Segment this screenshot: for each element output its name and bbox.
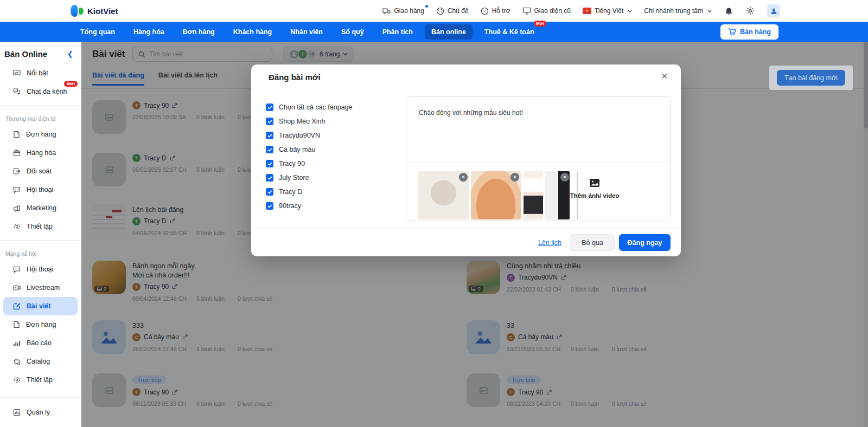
legacy-ui-menu-item[interactable]: Giao diện cũ xyxy=(522,7,571,15)
settings-gear-button[interactable] xyxy=(745,6,755,16)
checkbox-checked-icon[interactable] xyxy=(266,174,273,182)
pencil-edit-icon xyxy=(13,302,21,310)
upload-thumbnail-coat: ✕ xyxy=(418,171,469,219)
sidebar-item-ec-hoi-thoai[interactable]: Hội thoại xyxy=(0,180,81,199)
kiotviet-logo: KiotViet xyxy=(71,4,118,17)
sidebar-item-ec-don-hang[interactable]: Đơn hàng xyxy=(0,125,81,144)
user-account-button[interactable] xyxy=(767,4,780,17)
sidebar-item-quan-ly[interactable]: Quản lý xyxy=(0,403,81,422)
language-selector[interactable]: ★ Tiếng Việt xyxy=(583,7,632,15)
monitor-icon xyxy=(522,7,531,15)
box-icon xyxy=(13,149,21,157)
add-media-button[interactable]: Thêm ảnh/ video xyxy=(559,178,630,199)
nav-thue-ke-toan[interactable]: Thuế & Kế toánMới xyxy=(478,24,541,40)
sidebar-item-doi-soat[interactable]: Đối soát xyxy=(0,162,81,180)
nav-phan-tich[interactable]: Phân tích xyxy=(376,24,419,40)
catalog-cart-icon xyxy=(13,358,21,365)
fanpage-option[interactable]: Tracy D xyxy=(266,185,353,199)
remove-image-button[interactable]: ✕ xyxy=(510,173,519,182)
brand-name: KiotViet xyxy=(87,7,118,16)
nav-tong-quan[interactable]: Tổng quan xyxy=(74,24,122,40)
fanpage-option[interactable]: Tracy 90 xyxy=(266,157,353,171)
publish-button[interactable]: Đăng ngay xyxy=(619,234,671,251)
checkbox-checked-icon[interactable] xyxy=(266,188,273,196)
chat-bubble-icon xyxy=(13,266,21,273)
skip-button[interactable]: Bỏ qua xyxy=(570,234,615,251)
fanpage-list: Chọn tất cả các fanpage Shop Mèo Xinh Tr… xyxy=(266,100,353,213)
fanpage-label: Shop Mèo Xinh xyxy=(279,118,325,125)
theme-menu-item[interactable]: Chủ đề xyxy=(436,7,469,15)
create-post-spotlight: Tạo bài đăng mới xyxy=(769,66,853,90)
vietnam-flag-icon: ★ xyxy=(583,8,591,14)
fanpage-label: Cá bảy màu xyxy=(279,146,315,153)
upload-thumbnail-illustration xyxy=(524,171,543,219)
nav-hang-hoa[interactable]: Hàng hóa xyxy=(127,24,171,40)
fanpage-option[interactable]: 90tracy xyxy=(266,199,353,213)
create-post-button[interactable]: Tạo bài đăng mới xyxy=(777,70,845,86)
fanpage-label: July Store xyxy=(279,174,309,182)
fanpage-label: Tracy D xyxy=(279,188,302,196)
sidebar-item-so-don-hang[interactable]: Đơn hàng xyxy=(0,315,81,334)
notifications-bell-button[interactable] xyxy=(724,6,733,16)
sidebar-item-ec-thiet-lap[interactable]: Thiết lập xyxy=(0,217,81,236)
checkbox-checked-icon[interactable] xyxy=(266,103,273,111)
nav-nhan-vien[interactable]: Nhân viên xyxy=(284,24,329,40)
multichannel-chat-icon xyxy=(13,88,21,95)
nav-so-quy[interactable]: Sổ quỹ xyxy=(335,24,371,40)
modal-title: Đăng bài mới xyxy=(269,73,321,82)
sidebar-item-noi-bat[interactable]: Nổi bật xyxy=(0,64,81,82)
nav-don-hang[interactable]: Đơn hàng xyxy=(176,24,221,40)
new-badge: Mới xyxy=(64,81,78,87)
sidebar-item-bao-cao[interactable]: Báo cáo xyxy=(0,334,81,352)
sidebar-item-catalog[interactable]: Catalog xyxy=(0,352,81,371)
checkbox-checked-icon[interactable] xyxy=(266,160,273,167)
delivery-menu-item[interactable]: Giao hàng xyxy=(382,7,424,15)
fanpage-option[interactable]: July Store xyxy=(266,171,353,185)
fanpage-option[interactable]: Tracydo90VN xyxy=(266,128,353,143)
fanpage-label: Tracy 90 xyxy=(279,160,305,167)
sidebar-item-so-thiet-lap[interactable]: Thiết lập xyxy=(0,371,81,389)
checkbox-checked-icon[interactable] xyxy=(266,118,273,125)
sidebar-item-ec-hang-hoa[interactable]: Hàng hóa xyxy=(0,144,81,162)
fanpage-option[interactable]: Chọn tất cả các fanpage xyxy=(266,100,353,114)
sidebar-item-chat-da-kenh[interactable]: Chat đa kênh Mới xyxy=(0,82,81,101)
checkbox-checked-icon[interactable] xyxy=(266,202,273,210)
checkbox-checked-icon[interactable] xyxy=(266,132,273,139)
sidebar-item-bai-viet[interactable]: Bài viết xyxy=(3,297,78,315)
sidebar-item-livestream[interactable]: Livestream xyxy=(0,279,81,297)
upload-thumbnail-dress: ✕ xyxy=(471,171,521,219)
sidebar: Bán Online ❮ Nổi bật Chat đa kênh Mới Th… xyxy=(0,42,81,427)
nav-khach-hang[interactable]: Khách hàng xyxy=(227,24,279,40)
delivery-icon xyxy=(382,7,391,15)
new-post-modal: Đăng bài mới ✕ Chọn tất cả các fanpage S… xyxy=(251,64,681,256)
checkbox-checked-icon[interactable] xyxy=(266,146,273,153)
sidebar-section-ecommerce: Thương mại điện tử xyxy=(0,110,81,125)
sidebar-item-so-hoi-thoai[interactable]: Hội thoại xyxy=(0,260,81,279)
topbar: KiotViet Giao hàng Chủ đề ? Hỗ trợ Giao … xyxy=(0,0,868,22)
fanpage-label: Tracydo90VN xyxy=(279,132,320,139)
support-icon: ? xyxy=(481,7,489,15)
sell-button[interactable]: Bán hàng xyxy=(720,24,778,40)
chat-bubble-icon xyxy=(13,186,21,193)
chevron-down-icon xyxy=(707,10,712,12)
support-menu-item[interactable]: ? Hỗ trợ xyxy=(481,7,510,15)
remove-image-button[interactable]: ✕ xyxy=(560,173,569,182)
fanpage-option[interactable]: Shop Mèo Xinh xyxy=(266,114,353,128)
sidebar-collapse-button[interactable]: ❮ xyxy=(67,50,73,58)
close-icon[interactable]: ✕ xyxy=(661,72,668,81)
chevron-down-icon xyxy=(628,10,632,12)
schedule-link[interactable]: Lên lịch xyxy=(538,239,561,247)
cart-icon xyxy=(728,28,736,36)
svg-text:?: ? xyxy=(483,9,486,14)
kiotviet-logo-icon xyxy=(71,4,84,17)
sidebar-section-social: Mạng xã hội xyxy=(0,245,81,260)
nav-ban-online[interactable]: Bán online xyxy=(425,24,473,40)
fanpage-option[interactable]: Cá bảy màu xyxy=(266,143,353,157)
main-navbar: Tổng quan Hàng hóa Đơn hàng Khách hàng N… xyxy=(0,22,868,42)
compose-panel[interactable]: Chào đông với những mẫu siêu hot! ✕ ✕ ✕ … xyxy=(406,96,671,221)
sidebar-item-marketing[interactable]: Marketing xyxy=(0,199,81,217)
branch-selector[interactable]: Chi nhánh trung tâm xyxy=(644,7,712,15)
post-message-input[interactable]: Chào đông với những mẫu siêu hot! xyxy=(419,109,659,117)
sidebar-title: Bán Online xyxy=(4,49,47,59)
remove-image-button[interactable]: ✕ xyxy=(459,173,468,182)
